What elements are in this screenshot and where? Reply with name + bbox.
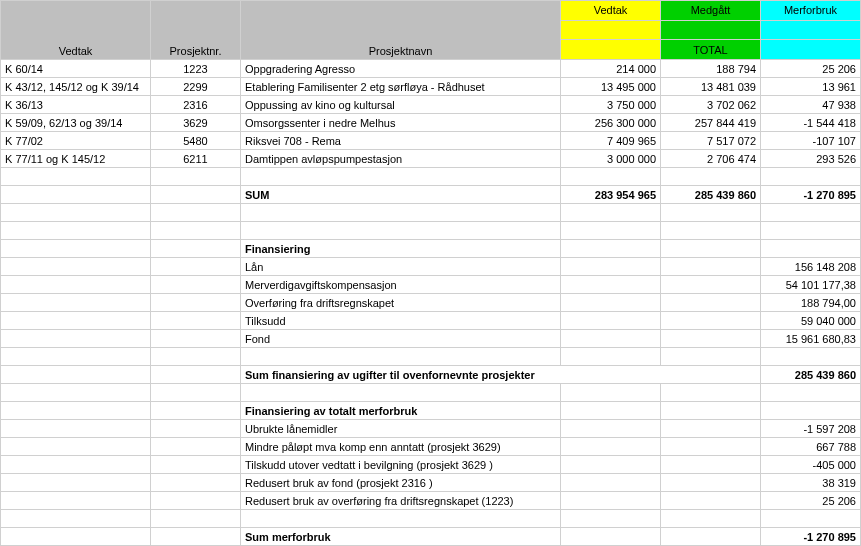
- fin-sum-label: Sum finansiering av ugifter til ovenforn…: [241, 366, 761, 384]
- fin-val: 188 794,00: [761, 294, 861, 312]
- mer-title: Finansiering av totalt merforbruk: [241, 402, 561, 420]
- fin-row: Tilksudd59 040 000: [1, 312, 861, 330]
- cell-name: Omsorgssenter i nedre Melhus: [241, 114, 561, 132]
- fin-name: Merverdigavgiftskompensasjon: [241, 276, 561, 294]
- cell-name: Etablering Familisenter 2 etg sørfløya -…: [241, 78, 561, 96]
- cell-name: Oppussing av kino og kultursal: [241, 96, 561, 114]
- fin-name: Tilksudd: [241, 312, 561, 330]
- table-row: K 60/14 1223 Oppgradering Agresso 214 00…: [1, 60, 861, 78]
- blank-row: [1, 348, 861, 366]
- hdr-col-merforbruk: Merforbruk: [761, 1, 861, 21]
- cell-name: Damtippen avløpspumpestasjon: [241, 150, 561, 168]
- hdr-cyan-bottom: [761, 40, 861, 60]
- cell-m: 7 517 072: [661, 132, 761, 150]
- cell-proj: 1223: [151, 60, 241, 78]
- mer-title-row: Finansiering av totalt merforbruk: [1, 402, 861, 420]
- mer-sum-row: Sum merforbruk -1 270 895: [1, 528, 861, 546]
- mer-row: Mindre påløpt mva komp enn anntatt (pros…: [1, 438, 861, 456]
- table-row: K 77/02 5480 Riksvei 708 - Rema 7 409 96…: [1, 132, 861, 150]
- mer-sum-val: -1 270 895: [761, 528, 861, 546]
- fin-sum-val: 285 439 860: [761, 366, 861, 384]
- cell-proj: 5480: [151, 132, 241, 150]
- fin-title-row: Finansiering: [1, 240, 861, 258]
- mer-name: Tilskudd utover vedtatt i bevilgning (pr…: [241, 456, 561, 474]
- hdr-prosjektnr: Prosjektnr.: [151, 1, 241, 60]
- cell-proj: 6211: [151, 150, 241, 168]
- cell-v: 7 409 965: [561, 132, 661, 150]
- mer-val: 667 788: [761, 438, 861, 456]
- cell-f: 25 206: [761, 60, 861, 78]
- hdr-vedtak: Vedtak: [1, 1, 151, 60]
- cell-f: -107 107: [761, 132, 861, 150]
- cell-vedtak: K 60/14: [1, 60, 151, 78]
- fin-sum-row: Sum finansiering av ugifter til ovenforn…: [1, 366, 861, 384]
- cell-vedtak: K 77/11 og K 145/12: [1, 150, 151, 168]
- cell-m: 2 706 474: [661, 150, 761, 168]
- table-row: K 43/12, 145/12 og K 39/14 2299 Etableri…: [1, 78, 861, 96]
- cell-f: 293 526: [761, 150, 861, 168]
- mer-sum-label: Sum merforbruk: [241, 528, 561, 546]
- blank-row: [1, 222, 861, 240]
- cell-vedtak: K 43/12, 145/12 og K 39/14: [1, 78, 151, 96]
- cell-f: 47 938: [761, 96, 861, 114]
- cell-m: 257 844 419: [661, 114, 761, 132]
- table-row: K 59/09, 62/13 og 39/14 3629 Omsorgssent…: [1, 114, 861, 132]
- cell-v: 3 000 000: [561, 150, 661, 168]
- fin-name: Fond: [241, 330, 561, 348]
- fin-title: Finansiering: [241, 240, 561, 258]
- sum-row: SUM 283 954 965 285 439 860 -1 270 895: [1, 186, 861, 204]
- sum-label: SUM: [241, 186, 561, 204]
- fin-val: 59 040 000: [761, 312, 861, 330]
- fin-val: 156 148 208: [761, 258, 861, 276]
- cell-vedtak: K 36/13: [1, 96, 151, 114]
- sum-m: 285 439 860: [661, 186, 761, 204]
- fin-name: Overføring fra driftsregnskapet: [241, 294, 561, 312]
- cell-vedtak: K 77/02: [1, 132, 151, 150]
- fin-val: 54 101 177,38: [761, 276, 861, 294]
- cell-proj: 3629: [151, 114, 241, 132]
- spreadsheet-table: Vedtak Prosjektnr. Prosjektnavn Vedtak M…: [0, 0, 861, 546]
- blank-row: [1, 510, 861, 528]
- cell-v: 214 000: [561, 60, 661, 78]
- sum-v: 283 954 965: [561, 186, 661, 204]
- mer-name: Mindre påløpt mva komp enn anntatt (pros…: [241, 438, 561, 456]
- fin-row: Lån156 148 208: [1, 258, 861, 276]
- header-row-1: Vedtak Prosjektnr. Prosjektnavn Vedtak M…: [1, 1, 861, 21]
- mer-val: 38 319: [761, 474, 861, 492]
- cell-v: 256 300 000: [561, 114, 661, 132]
- cell-m: 3 702 062: [661, 96, 761, 114]
- cell-f: 13 961: [761, 78, 861, 96]
- hdr-cyan-blank: [761, 20, 861, 40]
- table-row: K 36/13 2316 Oppussing av kino og kultur…: [1, 96, 861, 114]
- mer-name: Redusert bruk av fond (prosjekt 2316 ): [241, 474, 561, 492]
- cell-name: Oppgradering Agresso: [241, 60, 561, 78]
- fin-name: Lån: [241, 258, 561, 276]
- cell-v: 3 750 000: [561, 96, 661, 114]
- fin-row: Merverdigavgiftskompensasjon54 101 177,3…: [1, 276, 861, 294]
- fin-val: 15 961 680,83: [761, 330, 861, 348]
- fin-row: Fond15 961 680,83: [1, 330, 861, 348]
- cell-name: Riksvei 708 - Rema: [241, 132, 561, 150]
- table-row: K 77/11 og K 145/12 6211 Damtippen avløp…: [1, 150, 861, 168]
- cell-m: 13 481 039: [661, 78, 761, 96]
- hdr-col-total: TOTAL: [661, 40, 761, 60]
- hdr-green-blank: [661, 20, 761, 40]
- cell-proj: 2299: [151, 78, 241, 96]
- hdr-vedtak-label: Vedtak: [59, 45, 93, 57]
- mer-val: 25 206: [761, 492, 861, 510]
- blank-row: [1, 204, 861, 222]
- hdr-prosjektnavn-label: Prosjektnavn: [369, 45, 433, 57]
- mer-name: Redusert bruk av overføring fra driftsre…: [241, 492, 561, 510]
- mer-name: Ubrukte lånemidler: [241, 420, 561, 438]
- hdr-yellow-bottom: [561, 40, 661, 60]
- mer-val: -1 597 208: [761, 420, 861, 438]
- sum-f: -1 270 895: [761, 186, 861, 204]
- blank-row: [1, 168, 861, 186]
- hdr-col-medgatt: Medgått: [661, 1, 761, 21]
- hdr-prosjektnavn: Prosjektnavn: [241, 1, 561, 60]
- hdr-prosjektnr-label: Prosjektnr.: [170, 45, 222, 57]
- mer-row: Tilskudd utover vedtatt i bevilgning (pr…: [1, 456, 861, 474]
- hdr-col-vedtak: Vedtak: [561, 1, 661, 21]
- cell-vedtak: K 59/09, 62/13 og 39/14: [1, 114, 151, 132]
- mer-row: Ubrukte lånemidler-1 597 208: [1, 420, 861, 438]
